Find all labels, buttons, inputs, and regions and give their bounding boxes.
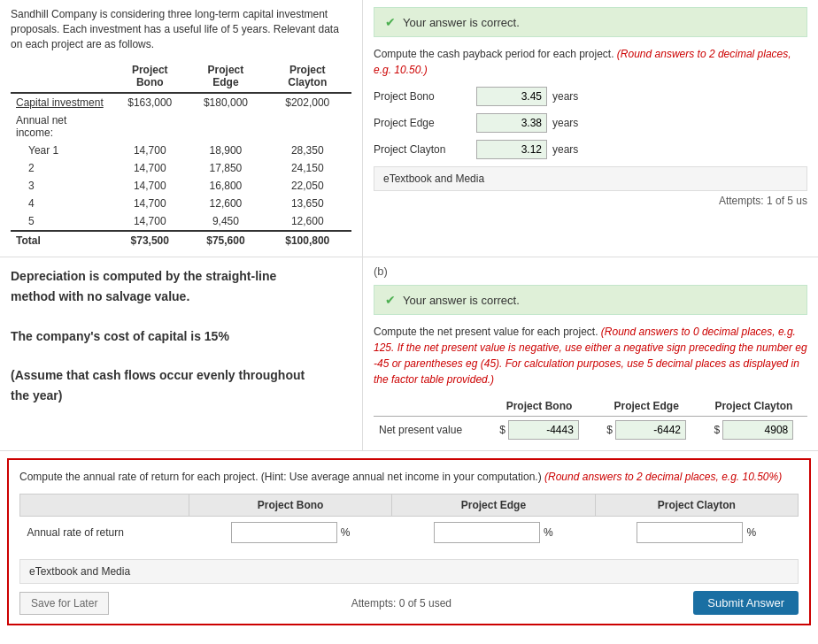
answer-row-edge: Project Edge years [374, 113, 807, 133]
right-mid: (b) ✔ Your answer is correct. Compute th… [363, 257, 818, 450]
instruction-text-b: Compute the net present value for each p… [374, 324, 807, 387]
data-table: Project Bono Project Edge Project Clayto… [11, 60, 351, 249]
etextbook-bar-a[interactable]: eTextbook and Media [374, 166, 807, 191]
npv-row-label: Net present value [374, 417, 485, 444]
save-later-button[interactable]: Save for Later [19, 592, 109, 615]
answer-row-bono: Project Bono years [374, 87, 807, 106]
total-label: Total [11, 231, 112, 249]
answer-unit-edge: years [552, 117, 578, 129]
check-icon-a: ✔ [385, 15, 396, 29]
npv-col-clayton: Project Clayton [700, 396, 807, 417]
bottom-instruction: Compute the annual rate of return for ea… [19, 469, 799, 485]
answer-label-edge: Project Edge [374, 117, 471, 129]
annual-header-row: Annual net income: [11, 111, 351, 142]
etextbook-bar-c[interactable]: eTextbook and Media [19, 559, 799, 584]
bold-line-1: Depreciation is computed by the straight… [11, 266, 351, 405]
bottom-section: Compute the annual rate of return for ea… [7, 458, 811, 625]
year-5-clayton: 12,600 [263, 212, 351, 231]
total-row: Total $73,500 $75,600 $100,800 [11, 231, 351, 249]
capital-bono: $163,000 [112, 93, 188, 111]
npv-edge-cell: $ [593, 417, 700, 444]
year-4-label: 4 [11, 195, 112, 212]
year-1-clayton: 28,350 [263, 142, 351, 159]
instruction-text-a: Compute the cash payback period for each… [374, 46, 807, 78]
capital-edge: $180,000 [188, 93, 263, 111]
answer-unit-clayton: years [552, 143, 578, 156]
answer-input-clayton[interactable] [476, 140, 547, 159]
total-edge: $75,600 [188, 231, 263, 249]
answer-label-clayton: Project Clayton [374, 143, 471, 156]
bottom-col-clayton: Project Clayton [595, 494, 798, 517]
npv-input-bono[interactable] [508, 420, 579, 440]
npv-row: Net present value $ $ [374, 417, 807, 444]
answer-label-bono: Project Bono [374, 90, 471, 103]
npv-clayton-cell: $ [700, 417, 807, 444]
annual-label: Annual net income: [11, 111, 112, 142]
year-5-bono: 14,700 [112, 212, 188, 231]
attempts-c: Attempts: 0 of 5 used [351, 597, 451, 610]
bottom-col-edge: Project Edge [392, 494, 595, 517]
check-icon-b: ✔ [385, 293, 396, 307]
npv-input-clayton[interactable] [722, 420, 793, 440]
bottom-col-bono: Project Bono [189, 494, 391, 517]
bottom-table: Project Bono Project Edge Project Clayto… [19, 494, 799, 548]
year-2-row: 2 14,700 17,850 24,150 [11, 159, 351, 177]
page-wrapper: Sandhill Company is considering three lo… [0, 0, 818, 644]
etextbook-label-a: eTextbook and Media [383, 172, 484, 185]
capital-label: Capital investment [11, 93, 112, 111]
bottom-inst-hint: (Hint: Use average annual net income in … [261, 471, 542, 483]
total-clayton: $100,800 [263, 231, 351, 249]
capital-clayton: $202,000 [263, 93, 351, 111]
right-column-part-a: ✔ Your answer is correct. Compute the ca… [363, 0, 818, 257]
instruction-main-a: Compute the cash payback period for each… [374, 48, 614, 60]
pct-edge: % [544, 526, 553, 539]
year-3-edge: 16,800 [188, 177, 263, 195]
year-2-edge: 17,850 [188, 159, 263, 177]
year-2-label: 2 [11, 159, 112, 177]
left-mid: Depreciation is computed by the straight… [0, 257, 363, 450]
year-2-clayton: 24,150 [263, 159, 351, 177]
year-2-bono: 14,700 [112, 159, 188, 177]
year-4-bono: 14,700 [112, 195, 188, 212]
answer-input-edge[interactable] [476, 113, 547, 133]
npv-clayton-dollar: $ [714, 424, 721, 436]
npv-bono-dollar: $ [499, 424, 505, 436]
npv-edge-dollar: $ [606, 424, 613, 436]
correct-text-b: Your answer is correct. [403, 294, 520, 307]
bottom-arr-label: Annual rate of return [20, 517, 189, 549]
answer-unit-bono: years [552, 90, 578, 103]
pct-bono: % [341, 526, 351, 539]
answer-input-bono[interactable] [476, 87, 547, 106]
answer-row-clayton: Project Clayton years [374, 140, 807, 159]
middle-section: Depreciation is computed by the straight… [0, 257, 818, 451]
total-bono: $73,500 [112, 231, 188, 249]
npv-bono-cell: $ [485, 417, 592, 444]
bottom-edge-cell: % [392, 517, 595, 549]
year-4-edge: 12,600 [188, 195, 263, 212]
npv-input-edge[interactable] [615, 420, 686, 440]
bottom-clayton-cell: % [595, 517, 798, 549]
bottom-footer: Save for Later Attempts: 0 of 5 used Sub… [19, 591, 799, 615]
bottom-bono-cell: % [189, 517, 391, 549]
bottom-input-edge[interactable] [434, 522, 540, 543]
col-header-empty [11, 60, 112, 93]
bottom-input-clayton[interactable] [637, 522, 743, 543]
correct-banner-b: ✔ Your answer is correct. [374, 285, 807, 315]
year-1-edge: 18,900 [188, 142, 263, 159]
bottom-input-bono[interactable] [231, 522, 337, 543]
year-4-clayton: 13,650 [263, 195, 351, 212]
year-3-label: 3 [11, 177, 112, 195]
intro-text: Sandhill Company is considering three lo… [11, 7, 351, 51]
npv-col-bono: Project Bono [485, 396, 592, 417]
bottom-col-empty [20, 494, 189, 517]
year-1-bono: 14,700 [112, 142, 188, 159]
submit-button[interactable]: Submit Answer [693, 591, 799, 615]
year-5-row: 5 14,700 9,450 12,600 [11, 212, 351, 231]
year-3-row: 3 14,700 16,800 22,050 [11, 177, 351, 195]
year-5-edge: 9,450 [188, 212, 263, 231]
year-1-row: Year 1 14,700 18,900 28,350 [11, 142, 351, 159]
top-section: Sandhill Company is considering three lo… [0, 0, 818, 257]
col-header-bono: Project Bono [112, 60, 188, 93]
year-1-label: Year 1 [11, 142, 112, 159]
col-header-edge: Project Edge [188, 60, 263, 93]
